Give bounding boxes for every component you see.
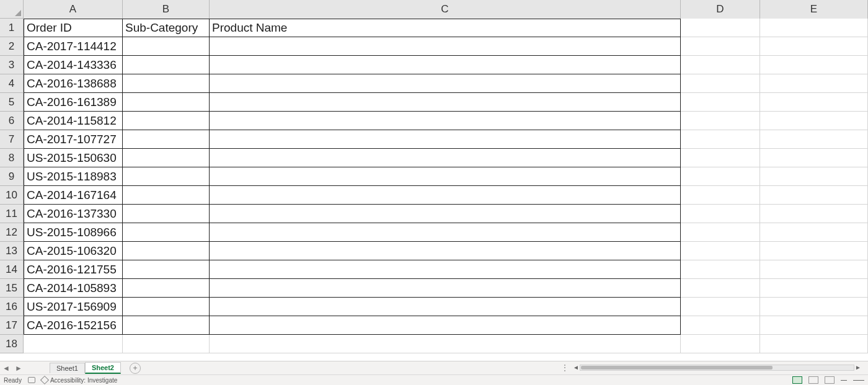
zoom-out-icon[interactable]	[841, 380, 847, 381]
cell-C4[interactable]	[210, 74, 681, 93]
cell-C16[interactable]	[210, 298, 681, 316]
cell-A9[interactable]: US-2015-118983	[24, 167, 123, 186]
cell-A1[interactable]: Order ID	[24, 19, 123, 37]
tab-scroll-left-icon[interactable]: ◄	[1, 363, 11, 374]
cell-B6[interactable]	[123, 112, 210, 130]
cell-B11[interactable]	[123, 205, 210, 223]
cell-E12[interactable]	[760, 223, 868, 242]
row-header-7[interactable]: 7	[0, 130, 24, 149]
cell-B1[interactable]: Sub-Category	[123, 19, 210, 37]
horizontal-scrollbar[interactable]: ⋮ ◄ ►	[561, 363, 862, 372]
cell-B3[interactable]	[123, 56, 210, 74]
cell-A6[interactable]: CA-2014-115812	[24, 112, 123, 130]
cell-B17[interactable]	[123, 316, 210, 335]
zoom-slider[interactable]	[853, 380, 864, 381]
cell-A15[interactable]: CA-2014-105893	[24, 279, 123, 298]
cell-D2[interactable]	[681, 37, 760, 56]
cell-C2[interactable]	[210, 37, 681, 56]
column-header-E[interactable]: E	[760, 0, 868, 19]
accessibility-status[interactable]: Accessibility: Investigate	[42, 377, 117, 384]
view-normal-icon[interactable]	[792, 376, 802, 384]
cell-A3[interactable]: CA-2014-143336	[24, 56, 123, 74]
row-header-12[interactable]: 12	[0, 223, 24, 242]
cell-A13[interactable]: CA-2015-106320	[24, 242, 123, 260]
cell-A5[interactable]: CA-2016-161389	[24, 93, 123, 112]
row-header-6[interactable]: 6	[0, 112, 24, 130]
row-header-11[interactable]: 11	[0, 205, 24, 223]
cell-B16[interactable]	[123, 298, 210, 316]
cell-D6[interactable]	[681, 112, 760, 130]
row-header-15[interactable]: 15	[0, 279, 24, 298]
cell-C8[interactable]	[210, 149, 681, 167]
cell-E15[interactable]	[760, 279, 868, 298]
cell-D7[interactable]	[681, 130, 760, 149]
cell-C17[interactable]	[210, 316, 681, 335]
scroll-grip-icon[interactable]: ⋮	[561, 363, 569, 372]
cell-C12[interactable]	[210, 223, 681, 242]
cell-A14[interactable]: CA-2016-121755	[24, 260, 123, 279]
cell-E1[interactable]	[760, 19, 868, 37]
row-header-13[interactable]: 13	[0, 242, 24, 260]
cell-A17[interactable]: CA-2016-152156	[24, 316, 123, 335]
cell-C1[interactable]: Product Name	[210, 19, 681, 37]
row-header-16[interactable]: 16	[0, 298, 24, 316]
cell-A10[interactable]: CA-2014-167164	[24, 186, 123, 205]
cell-D14[interactable]	[681, 260, 760, 279]
cell-A4[interactable]: CA-2016-138688	[24, 74, 123, 93]
column-header-B[interactable]: B	[123, 0, 210, 19]
add-sheet-button[interactable]: ＋	[130, 363, 141, 374]
cell-C9[interactable]	[210, 167, 681, 186]
cell-E5[interactable]	[760, 93, 868, 112]
cell-E7[interactable]	[760, 130, 868, 149]
macro-record-icon[interactable]	[28, 377, 35, 383]
cell-B4[interactable]	[123, 74, 210, 93]
scroll-right-icon[interactable]: ►	[854, 364, 862, 371]
cell-E8[interactable]	[760, 149, 868, 167]
cell-C7[interactable]	[210, 130, 681, 149]
row-header-8[interactable]: 8	[0, 149, 24, 167]
cell-C3[interactable]	[210, 56, 681, 74]
column-header-A[interactable]: A	[24, 0, 123, 19]
row-header-2[interactable]: 2	[0, 37, 24, 56]
scroll-track[interactable]	[580, 365, 854, 371]
cell-A11[interactable]: CA-2016-137330	[24, 205, 123, 223]
cell-C6[interactable]	[210, 112, 681, 130]
row-header-4[interactable]: 4	[0, 74, 24, 93]
cell-A16[interactable]: US-2017-156909	[24, 298, 123, 316]
cell-E13[interactable]	[760, 242, 868, 260]
row-header-17[interactable]: 17	[0, 316, 24, 335]
cell-B2[interactable]	[123, 37, 210, 56]
cell-A8[interactable]: US-2015-150630	[24, 149, 123, 167]
cell-B5[interactable]	[123, 93, 210, 112]
cell-A18[interactable]	[24, 335, 123, 353]
cell-B15[interactable]	[123, 279, 210, 298]
cell-C10[interactable]	[210, 186, 681, 205]
row-header-1[interactable]: 1	[0, 19, 24, 37]
column-header-C[interactable]: C	[210, 0, 681, 19]
cell-E18[interactable]	[760, 335, 868, 353]
row-header-14[interactable]: 14	[0, 260, 24, 279]
cell-D4[interactable]	[681, 74, 760, 93]
cell-C14[interactable]	[210, 260, 681, 279]
cell-D13[interactable]	[681, 242, 760, 260]
cell-A7[interactable]: CA-2017-107727	[24, 130, 123, 149]
cell-D11[interactable]	[681, 205, 760, 223]
cell-E4[interactable]	[760, 74, 868, 93]
cell-E6[interactable]	[760, 112, 868, 130]
cell-E9[interactable]	[760, 167, 868, 186]
row-header-18[interactable]: 18	[0, 335, 24, 353]
cell-D8[interactable]	[681, 149, 760, 167]
row-header-5[interactable]: 5	[0, 93, 24, 112]
cell-E11[interactable]	[760, 205, 868, 223]
cell-B8[interactable]	[123, 149, 210, 167]
view-page-layout-icon[interactable]	[808, 376, 818, 384]
cell-B12[interactable]	[123, 223, 210, 242]
cell-E16[interactable]	[760, 298, 868, 316]
column-header-D[interactable]: D	[681, 0, 760, 19]
sheet-tab-sheet2[interactable]: Sheet2	[85, 362, 121, 374]
select-all-triangle[interactable]	[0, 0, 24, 19]
cell-B7[interactable]	[123, 130, 210, 149]
tab-scroll-right-icon[interactable]: ►	[14, 363, 24, 374]
cell-B9[interactable]	[123, 167, 210, 186]
view-page-break-icon[interactable]	[825, 376, 835, 384]
